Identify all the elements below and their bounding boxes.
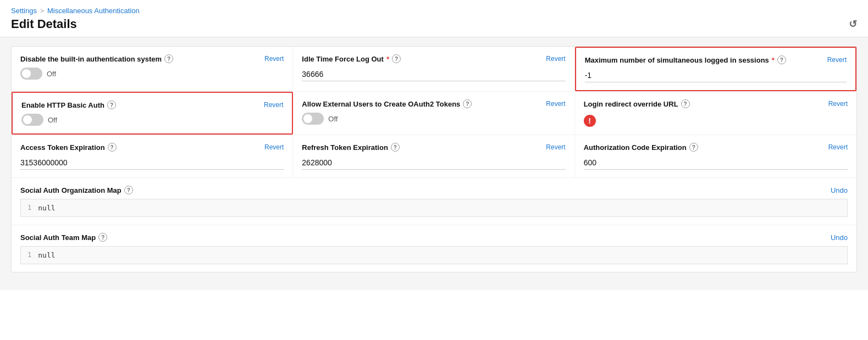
breadcrumb-settings-link[interactable]: Settings: [11, 7, 37, 15]
max-sessions-label: Maximum number of simultaneous logged in…: [585, 56, 769, 64]
disable-builtin-auth-toggle-label: Off: [47, 70, 56, 78]
login-redirect-url-revert-button[interactable]: Revert: [828, 100, 848, 108]
access-token-expiration-revert-button[interactable]: Revert: [264, 143, 284, 151]
login-redirect-url-label: Login redirect override URL: [584, 100, 678, 108]
social-auth-org-map-section: Social Auth Organization Map ? Undo 1 nu…: [12, 178, 856, 225]
field-refresh-token-expiration: Refresh Token Expiration ? Revert: [293, 135, 574, 177]
social-auth-team-map-value: null: [38, 251, 847, 259]
idle-time-revert-button[interactable]: Revert: [546, 55, 565, 63]
field-max-sessions: Maximum number of simultaneous logged in…: [575, 47, 856, 91]
social-auth-org-map-value: null: [38, 204, 847, 212]
social-auth-team-map-line-number: 1: [21, 251, 38, 259]
row-1: Disable the built-in authentication syst…: [12, 47, 856, 92]
idle-time-required: *: [386, 55, 389, 63]
allow-external-oauth2-help-icon[interactable]: ?: [463, 99, 472, 108]
auth-code-expiration-input[interactable]: [584, 156, 848, 170]
row-2: Enable HTTP Basic Auth ? Revert Off: [12, 92, 856, 135]
login-redirect-url-help-icon[interactable]: ?: [681, 99, 690, 108]
social-auth-org-map-line-number: 1: [21, 204, 38, 211]
login-redirect-url-error-icon: !: [584, 115, 596, 127]
refresh-token-expiration-revert-button[interactable]: Revert: [546, 143, 565, 151]
page-title: Edit Details: [11, 17, 77, 31]
refresh-token-expiration-label: Refresh Token Expiration: [302, 143, 388, 152]
auth-code-expiration-label: Authorization Code Expiration: [584, 143, 687, 152]
breadcrumb: Settings > Miscellaneous Authentication: [11, 7, 857, 15]
main-settings-card: Disable the built-in authentication syst…: [11, 46, 857, 272]
content-area: Disable the built-in authentication syst…: [0, 37, 868, 290]
field-enable-http-basic-auth: Enable HTTP Basic Auth ? Revert Off: [12, 92, 293, 135]
disable-builtin-auth-label: Disable the built-in authentication syst…: [20, 55, 162, 63]
social-auth-org-map-help-icon[interactable]: ?: [124, 186, 133, 194]
allow-external-oauth2-label: Allow External Users to Create OAuth2 To…: [302, 100, 460, 108]
max-sessions-revert-button[interactable]: Revert: [827, 56, 847, 64]
disable-builtin-auth-help-icon[interactable]: ?: [164, 54, 173, 63]
history-icon[interactable]: ↺: [849, 18, 857, 30]
idle-time-input[interactable]: [302, 68, 565, 81]
field-disable-builtin-auth: Disable the built-in authentication syst…: [12, 47, 293, 91]
disable-builtin-auth-toggle[interactable]: [20, 68, 42, 80]
access-token-expiration-help-icon[interactable]: ?: [108, 143, 117, 152]
enable-http-basic-auth-toggle-label: Off: [48, 116, 57, 124]
field-login-redirect-url: Login redirect override URL ? Revert !: [575, 92, 856, 135]
refresh-token-expiration-help-icon[interactable]: ?: [391, 143, 400, 152]
auth-code-expiration-help-icon[interactable]: ?: [689, 143, 698, 152]
idle-time-help-icon[interactable]: ?: [392, 54, 401, 63]
access-token-expiration-input[interactable]: [20, 156, 284, 170]
allow-external-oauth2-revert-button[interactable]: Revert: [546, 100, 565, 108]
social-auth-team-map-code-area: 1 null: [20, 246, 848, 264]
social-auth-team-map-help-icon[interactable]: ?: [98, 233, 107, 242]
social-auth-team-map-section: Social Auth Team Map ? Undo 1 null: [12, 225, 856, 272]
max-sessions-help-icon[interactable]: ?: [777, 55, 786, 64]
breadcrumb-separator: >: [40, 7, 44, 15]
breadcrumb-current: Miscellaneous Authentication: [47, 7, 140, 15]
social-auth-team-map-label: Social Auth Team Map: [20, 233, 96, 242]
social-auth-org-map-undo-button[interactable]: Undo: [831, 186, 848, 194]
page-container: Settings > Miscellaneous Authentication …: [0, 0, 868, 340]
field-auth-code-expiration: Authorization Code Expiration ? Revert: [575, 135, 856, 177]
header: Settings > Miscellaneous Authentication …: [0, 0, 868, 37]
enable-http-basic-auth-toggle[interactable]: [21, 114, 43, 126]
auth-code-expiration-revert-button[interactable]: Revert: [828, 143, 848, 151]
access-token-expiration-label: Access Token Expiration: [20, 143, 105, 152]
idle-time-label: Idle Time Force Log Out: [302, 55, 384, 63]
field-access-token-expiration: Access Token Expiration ? Revert: [12, 135, 293, 177]
max-sessions-required: *: [772, 56, 775, 64]
social-auth-org-map-code-area: 1 null: [20, 199, 848, 217]
row-3: Access Token Expiration ? Revert Refresh…: [12, 135, 856, 178]
enable-http-basic-auth-label: Enable HTTP Basic Auth: [21, 101, 104, 109]
allow-external-oauth2-toggle-label: Off: [328, 115, 338, 123]
enable-http-basic-auth-revert-button[interactable]: Revert: [264, 101, 283, 109]
field-idle-time: Idle Time Force Log Out * ? Revert: [293, 47, 574, 91]
disable-builtin-auth-revert-button[interactable]: Revert: [264, 55, 284, 63]
social-auth-team-map-undo-button[interactable]: Undo: [831, 233, 848, 242]
social-auth-org-map-label: Social Auth Organization Map: [20, 186, 121, 194]
max-sessions-input[interactable]: [585, 69, 847, 82]
refresh-token-expiration-input[interactable]: [302, 156, 565, 170]
field-allow-external-oauth2: Allow External Users to Create OAuth2 To…: [293, 92, 574, 135]
enable-http-basic-auth-help-icon[interactable]: ?: [107, 101, 116, 109]
allow-external-oauth2-toggle[interactable]: [302, 113, 324, 125]
